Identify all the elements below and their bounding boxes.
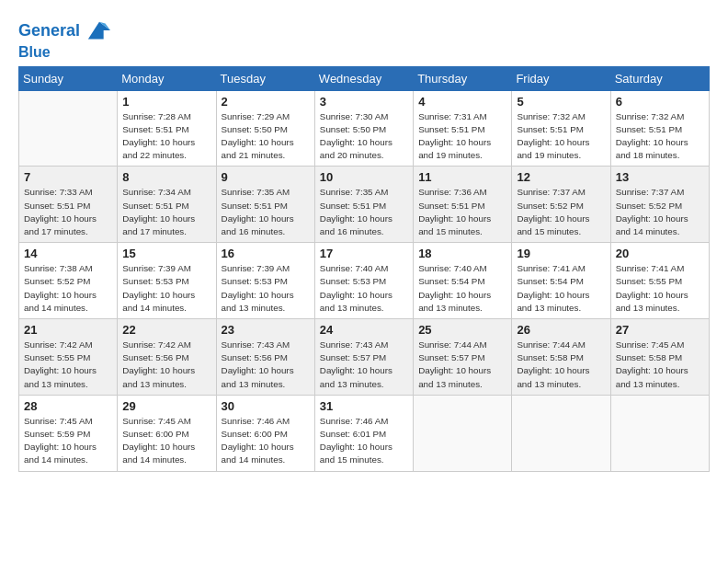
day-number: 23 (222, 323, 310, 337)
day-info: Sunrise: 7:40 AMSunset: 5:53 PMDaylight:… (320, 262, 408, 315)
calendar-cell: 25Sunrise: 7:44 AMSunset: 5:57 PMDayligh… (414, 319, 512, 396)
day-number: 7 (24, 170, 112, 184)
calendar-cell: 19Sunrise: 7:41 AMSunset: 5:54 PMDayligh… (512, 243, 610, 319)
calendar-cell: 30Sunrise: 7:46 AMSunset: 6:00 PMDayligh… (216, 395, 314, 471)
day-number: 30 (222, 399, 310, 413)
day-number: 4 (418, 95, 506, 109)
day-number: 22 (122, 323, 210, 337)
calendar-cell: 11Sunrise: 7:36 AMSunset: 5:51 PMDayligh… (414, 167, 512, 243)
calendar-cell: 9Sunrise: 7:35 AMSunset: 5:51 PMDaylight… (216, 167, 314, 243)
day-number: 11 (418, 170, 506, 184)
day-number: 8 (122, 170, 210, 184)
day-number: 29 (122, 399, 210, 413)
weekday-header-thursday: Thursday (414, 66, 512, 90)
calendar-cell: 16Sunrise: 7:39 AMSunset: 5:53 PMDayligh… (216, 243, 314, 319)
day-info: Sunrise: 7:46 AMSunset: 6:00 PMDaylight:… (222, 415, 310, 467)
calendar-cell: 27Sunrise: 7:45 AMSunset: 5:58 PMDayligh… (610, 319, 709, 396)
day-info: Sunrise: 7:43 AMSunset: 5:56 PMDaylight:… (222, 339, 310, 391)
day-number: 3 (320, 95, 408, 109)
day-number: 28 (24, 399, 112, 413)
day-info: Sunrise: 7:39 AMSunset: 5:53 PMDaylight:… (222, 262, 310, 315)
day-number: 1 (122, 95, 210, 109)
day-info: Sunrise: 7:38 AMSunset: 5:52 PMDaylight:… (24, 262, 112, 315)
week-row-2: 7Sunrise: 7:33 AMSunset: 5:51 PMDaylight… (19, 167, 710, 243)
day-info: Sunrise: 7:45 AMSunset: 6:00 PMDaylight:… (122, 415, 210, 467)
day-number: 5 (517, 95, 605, 109)
week-row-3: 14Sunrise: 7:38 AMSunset: 5:52 PMDayligh… (19, 243, 710, 319)
calendar-cell: 5Sunrise: 7:32 AMSunset: 5:51 PMDaylight… (512, 90, 610, 167)
calendar-header: SundayMondayTuesdayWednesdayThursdayFrid… (19, 66, 710, 90)
day-number: 24 (320, 323, 408, 337)
calendar-cell: 21Sunrise: 7:42 AMSunset: 5:55 PMDayligh… (19, 319, 118, 396)
day-info: Sunrise: 7:32 AMSunset: 5:51 PMDaylight:… (517, 110, 605, 163)
calendar-cell: 23Sunrise: 7:43 AMSunset: 5:56 PMDayligh… (216, 319, 314, 396)
calendar-cell: 24Sunrise: 7:43 AMSunset: 5:57 PMDayligh… (314, 319, 413, 396)
calendar-cell: 18Sunrise: 7:40 AMSunset: 5:54 PMDayligh… (414, 243, 512, 319)
page: General Blue SundayMondayTuesdayWednesda… (0, 0, 728, 481)
day-info: Sunrise: 7:37 AMSunset: 5:52 PMDaylight:… (517, 186, 605, 238)
logo-blue: Blue (18, 44, 112, 61)
calendar-table: SundayMondayTuesdayWednesdayThursdayFrid… (18, 66, 710, 472)
week-row-4: 21Sunrise: 7:42 AMSunset: 5:55 PMDayligh… (19, 319, 710, 396)
calendar-cell (414, 395, 512, 471)
calendar-cell: 12Sunrise: 7:37 AMSunset: 5:52 PMDayligh… (512, 167, 610, 243)
day-info: Sunrise: 7:30 AMSunset: 5:50 PMDaylight:… (320, 110, 408, 163)
day-info: Sunrise: 7:42 AMSunset: 5:55 PMDaylight:… (24, 339, 112, 391)
calendar-cell: 29Sunrise: 7:45 AMSunset: 6:00 PMDayligh… (118, 395, 216, 471)
day-info: Sunrise: 7:35 AMSunset: 5:51 PMDaylight:… (222, 186, 310, 238)
calendar-cell: 15Sunrise: 7:39 AMSunset: 5:53 PMDayligh… (118, 243, 216, 319)
day-info: Sunrise: 7:31 AMSunset: 5:51 PMDaylight:… (418, 110, 506, 163)
calendar-cell (610, 395, 709, 471)
day-number: 14 (24, 247, 112, 260)
day-info: Sunrise: 7:41 AMSunset: 5:54 PMDaylight:… (517, 262, 605, 315)
weekday-row: SundayMondayTuesdayWednesdayThursdayFrid… (19, 66, 710, 90)
day-number: 27 (616, 323, 704, 337)
day-number: 17 (320, 247, 408, 260)
calendar-cell: 10Sunrise: 7:35 AMSunset: 5:51 PMDayligh… (314, 167, 413, 243)
day-info: Sunrise: 7:44 AMSunset: 5:58 PMDaylight:… (517, 339, 605, 391)
day-info: Sunrise: 7:29 AMSunset: 5:50 PMDaylight:… (222, 110, 310, 163)
logo-text: General (18, 18, 112, 44)
day-info: Sunrise: 7:42 AMSunset: 5:56 PMDaylight:… (122, 339, 210, 391)
weekday-header-monday: Monday (118, 66, 216, 90)
logo: General Blue (18, 18, 112, 61)
day-info: Sunrise: 7:46 AMSunset: 6:01 PMDaylight:… (320, 415, 408, 467)
day-number: 15 (122, 247, 210, 260)
logo-general: General (18, 21, 80, 40)
day-number: 6 (616, 95, 704, 109)
day-info: Sunrise: 7:45 AMSunset: 5:58 PMDaylight:… (616, 339, 704, 391)
calendar-cell: 22Sunrise: 7:42 AMSunset: 5:56 PMDayligh… (118, 319, 216, 396)
calendar-cell: 20Sunrise: 7:41 AMSunset: 5:55 PMDayligh… (610, 243, 709, 319)
weekday-header-sunday: Sunday (19, 66, 118, 90)
day-info: Sunrise: 7:28 AMSunset: 5:51 PMDaylight:… (122, 110, 210, 163)
day-number: 13 (616, 170, 704, 184)
day-number: 12 (517, 170, 605, 184)
day-number: 19 (517, 247, 605, 260)
day-number: 18 (418, 247, 506, 260)
calendar-cell: 13Sunrise: 7:37 AMSunset: 5:52 PMDayligh… (610, 167, 709, 243)
calendar-cell: 28Sunrise: 7:45 AMSunset: 5:59 PMDayligh… (19, 395, 118, 471)
day-number: 26 (517, 323, 605, 337)
calendar-cell: 17Sunrise: 7:40 AMSunset: 5:53 PMDayligh… (314, 243, 413, 319)
day-info: Sunrise: 7:35 AMSunset: 5:51 PMDaylight:… (320, 186, 408, 238)
calendar-cell: 8Sunrise: 7:34 AMSunset: 5:51 PMDaylight… (118, 167, 216, 243)
day-number: 31 (320, 399, 408, 413)
day-number: 10 (320, 170, 408, 184)
calendar-cell: 1Sunrise: 7:28 AMSunset: 5:51 PMDaylight… (118, 90, 216, 167)
day-info: Sunrise: 7:33 AMSunset: 5:51 PMDaylight:… (24, 186, 112, 238)
day-info: Sunrise: 7:34 AMSunset: 5:51 PMDaylight:… (122, 186, 210, 238)
calendar-cell: 4Sunrise: 7:31 AMSunset: 5:51 PMDaylight… (414, 90, 512, 167)
week-row-1: 1Sunrise: 7:28 AMSunset: 5:51 PMDaylight… (19, 90, 710, 167)
calendar-cell: 14Sunrise: 7:38 AMSunset: 5:52 PMDayligh… (19, 243, 118, 319)
day-info: Sunrise: 7:40 AMSunset: 5:54 PMDaylight:… (418, 262, 506, 315)
weekday-header-friday: Friday (512, 66, 610, 90)
weekday-header-tuesday: Tuesday (216, 66, 314, 90)
weekday-header-saturday: Saturday (610, 66, 709, 90)
day-info: Sunrise: 7:39 AMSunset: 5:53 PMDaylight:… (122, 262, 210, 315)
calendar-cell (512, 395, 610, 471)
calendar-cell: 6Sunrise: 7:32 AMSunset: 5:51 PMDaylight… (610, 90, 709, 167)
header: General Blue (18, 15, 710, 61)
svg-marker-0 (88, 22, 110, 40)
calendar-body: 1Sunrise: 7:28 AMSunset: 5:51 PMDaylight… (19, 90, 710, 471)
day-number: 25 (418, 323, 506, 337)
